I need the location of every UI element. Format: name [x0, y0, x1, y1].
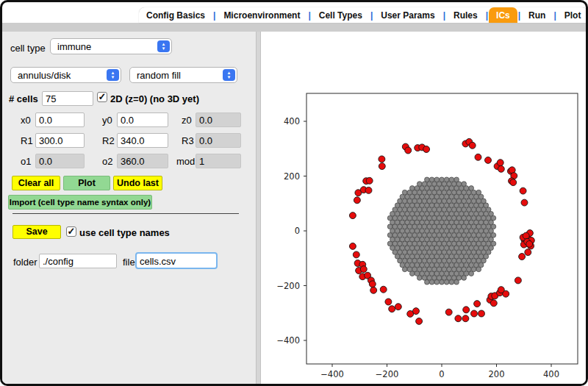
tab-separator: |	[307, 7, 311, 23]
o2-label: o2	[102, 156, 112, 167]
tab-cell-types[interactable]: Cell Types	[312, 7, 370, 23]
cell-type-value: immune	[57, 41, 91, 52]
plot-canvas: −400−20002004004002000−200−400	[261, 32, 586, 384]
tab-config-basics[interactable]: Config Basics	[139, 7, 212, 23]
chevron-updown-icon[interactable]: ▲▼	[157, 40, 170, 52]
tab-ics[interactable]: ICs	[489, 7, 517, 23]
tab-microenvironment[interactable]: Microenvironment	[216, 7, 307, 23]
x0-label: x0	[21, 115, 31, 126]
y0-input[interactable]: 0.0	[117, 112, 168, 127]
undo-last-button[interactable]: Undo last	[113, 176, 162, 190]
svg-text:−400: −400	[276, 335, 300, 346]
tab-plot[interactable]: Plot	[557, 7, 588, 23]
tab-bar: Config Basics|Microenvironment|Cell Type…	[139, 7, 588, 23]
use-cell-type-names-checkbox[interactable]: ✓	[66, 226, 76, 237]
r3-label: R3	[182, 135, 194, 146]
app-window: Config Basics|Microenvironment|Cell Type…	[0, 0, 588, 386]
o1-label: o1	[21, 156, 31, 167]
tab-run[interactable]: Run	[521, 7, 553, 23]
clear-all-button[interactable]: Clear all	[12, 176, 60, 190]
cell-type-label: cell type	[10, 43, 46, 54]
svg-text:−200: −200	[276, 281, 300, 291]
z0-label: z0	[182, 115, 192, 126]
2d-checkbox-label: 2D (z=0) (no 3D yet)	[110, 93, 199, 104]
tabbar-background-band	[2, 23, 586, 32]
import-button[interactable]: Import (cell type name syntax only)	[8, 195, 152, 210]
folder-label: folder	[13, 257, 37, 268]
fill-combobox[interactable]: random fill ▲▼	[129, 67, 237, 83]
cell-type-combobox[interactable]: immune ▲▼	[50, 38, 172, 54]
panel-plot-divider	[256, 32, 261, 384]
o1-input-disabled: 0.0	[35, 154, 85, 168]
r2-label: R2	[102, 135, 115, 146]
shape-value: annulus/disk	[18, 70, 71, 81]
check-icon: ✓	[98, 91, 107, 102]
num-cells-label: # cells	[9, 93, 38, 104]
tab-separator: |	[553, 7, 556, 23]
mod-label: mod	[176, 156, 195, 167]
file-label: file	[123, 257, 135, 268]
use-cell-type-names-label: use cell type names	[79, 227, 170, 238]
file-input[interactable]: cells.csv	[135, 252, 218, 269]
svg-text:400: 400	[543, 369, 559, 379]
svg-text:400: 400	[284, 116, 300, 126]
svg-text:0: 0	[295, 226, 300, 236]
z0-input-disabled: 0.0	[196, 112, 241, 127]
shape-combobox[interactable]: annulus/disk ▲▼	[10, 67, 121, 83]
num-cells-input[interactable]: 75	[42, 91, 93, 106]
svg-text:200: 200	[489, 369, 505, 379]
ics-tab-content: cell type immune ▲▼ annulus/disk ▲▼ rand…	[2, 32, 586, 384]
r1-input[interactable]: 300.0	[35, 133, 85, 148]
tab-rules[interactable]: Rules	[446, 7, 485, 23]
svg-text:−200: −200	[376, 369, 399, 379]
separator-line	[12, 213, 239, 214]
y0-label: y0	[102, 115, 112, 126]
svg-text:−400: −400	[320, 369, 344, 379]
r1-label: R1	[21, 135, 33, 146]
chevron-updown-icon[interactable]: ▲▼	[223, 69, 235, 81]
mod-input-disabled: 1	[196, 154, 241, 168]
x0-input[interactable]: 0.0	[35, 112, 85, 127]
svg-text:0: 0	[439, 369, 444, 379]
ics-controls-panel: cell type immune ▲▼ annulus/disk ▲▼ rand…	[2, 32, 256, 384]
plot-button[interactable]: Plot	[63, 176, 110, 190]
chevron-updown-icon[interactable]: ▲▼	[107, 69, 119, 81]
r2-input[interactable]: 340.0	[117, 133, 168, 148]
2d-checkbox[interactable]: ✓	[97, 92, 107, 102]
o2-input-disabled: 360.0	[117, 154, 168, 168]
ic-scatter-plot: −400−20002004004002000−200−400	[261, 32, 586, 384]
check-icon: ✓	[68, 226, 76, 237]
r3-input-disabled: 0.0	[196, 133, 241, 148]
save-button[interactable]: Save	[12, 225, 61, 239]
folder-input[interactable]: ./config	[39, 254, 117, 268]
fill-value: random fill	[137, 70, 181, 81]
svg-text:200: 200	[284, 171, 300, 182]
tab-user-params[interactable]: User Params	[373, 7, 442, 23]
